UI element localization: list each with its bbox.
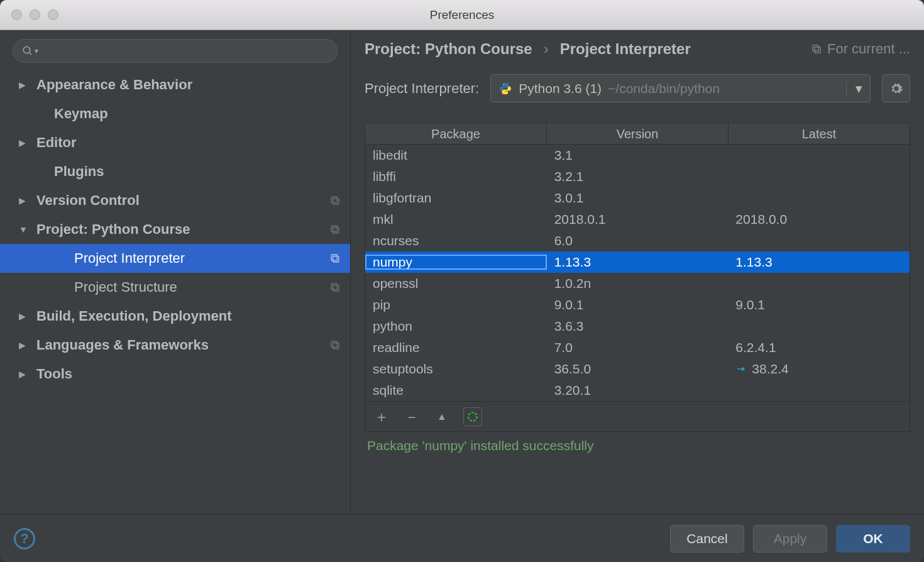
- svg-point-15: [507, 92, 507, 93]
- chevron-right-icon: ▶: [19, 138, 36, 148]
- svg-rect-2: [333, 199, 339, 204]
- upgrade-package-button[interactable]: ▲: [433, 411, 451, 422]
- package-name: readline: [365, 340, 547, 355]
- copy-icon: [329, 194, 341, 207]
- copy-icon: [329, 281, 341, 294]
- package-version: 3.6.3: [547, 319, 729, 334]
- sidebar-item-version-control[interactable]: ▶Version Control: [0, 186, 350, 215]
- package-row[interactable]: python3.6.3: [365, 316, 910, 337]
- package-version: 2018.0.1: [547, 212, 729, 227]
- package-version: 36.5.0: [547, 361, 729, 377]
- sidebar-item-label: Project: Python Course: [36, 221, 329, 238]
- sidebar-item-project-structure[interactable]: Project Structure: [0, 273, 350, 302]
- package-row[interactable]: mkl2018.0.12018.0.0: [365, 209, 910, 230]
- sidebar-item-project-interpreter[interactable]: Project Interpreter: [0, 244, 350, 273]
- sidebar-item-label: Editor: [36, 135, 341, 151]
- package-row[interactable]: libffi3.2.1: [365, 166, 910, 187]
- window-title: Preferences: [0, 8, 924, 22]
- sidebar-item-build-execution-deployment[interactable]: ▶Build, Execution, Deployment: [0, 302, 350, 331]
- package-version: 1.13.3: [547, 255, 729, 270]
- breadcrumb: Project: Python Course › Project Interpr…: [365, 40, 910, 58]
- sidebar-item-label: Tools: [36, 366, 341, 382]
- copy-icon: [811, 43, 822, 55]
- package-row[interactable]: ncurses6.0: [365, 230, 910, 251]
- package-row[interactable]: setuptools36.5.038.2.4: [365, 358, 910, 380]
- chevron-right-icon: ▶: [19, 311, 36, 321]
- refresh-button[interactable]: [463, 407, 482, 426]
- sidebar-item-languages-frameworks[interactable]: ▶Languages & Frameworks: [0, 331, 350, 360]
- sidebar-item-label: Keymap: [54, 106, 341, 122]
- chevron-down-icon: ▾: [846, 81, 865, 96]
- breadcrumb-separator: ›: [544, 40, 549, 58]
- interpreter-label: Project Interpreter:: [365, 80, 479, 97]
- chevron-right-icon: ▶: [19, 196, 36, 206]
- apply-button[interactable]: Apply: [753, 525, 827, 553]
- sidebar-item-keymap[interactable]: Keymap: [0, 99, 350, 128]
- package-row[interactable]: openssl1.0.2n: [365, 273, 910, 294]
- interpreter-settings-button[interactable]: [882, 74, 910, 102]
- svg-point-0: [23, 47, 30, 53]
- package-row[interactable]: sqlite3.20.1: [365, 380, 910, 401]
- package-latest: 1.13.3: [728, 255, 910, 270]
- ok-button[interactable]: OK: [836, 525, 910, 553]
- search-input[interactable]: ▾: [13, 39, 338, 63]
- package-row[interactable]: pip9.0.19.0.1: [365, 294, 910, 316]
- svg-rect-11: [331, 341, 337, 347]
- sidebar-item-plugins[interactable]: Plugins: [0, 157, 350, 186]
- package-latest: 6.2.4.1: [728, 340, 910, 355]
- package-latest: 38.2.4: [728, 361, 910, 377]
- copy-icon: [329, 252, 341, 265]
- settings-sidebar: ▾ ▶Appearance & BehaviorKeymap▶EditorPlu…: [0, 30, 351, 514]
- svg-rect-6: [333, 256, 339, 262]
- package-name: sqlite: [365, 383, 547, 398]
- svg-rect-4: [333, 228, 339, 233]
- sidebar-item-tools[interactable]: ▶Tools: [0, 360, 350, 388]
- sidebar-item-project-python-course[interactable]: ▼Project: Python Course: [0, 215, 350, 244]
- package-row[interactable]: readline7.06.2.4.1: [365, 337, 910, 358]
- package-row[interactable]: libgfortran3.0.1: [365, 187, 910, 209]
- svg-line-1: [29, 52, 31, 55]
- sidebar-item-label: Build, Execution, Deployment: [36, 308, 341, 324]
- column-version[interactable]: Version: [547, 123, 729, 144]
- status-message: Package 'numpy' installed successfully: [365, 432, 910, 462]
- package-version: 1.0.2n: [547, 276, 729, 291]
- package-latest: 9.0.1: [728, 297, 910, 312]
- packages-table: Package Version Latest libedit3.1libffi3…: [365, 123, 910, 432]
- preferences-window: Preferences ▾ ▶Appearance & BehaviorKeym…: [0, 0, 924, 562]
- svg-rect-5: [331, 226, 337, 231]
- package-name: pip: [365, 297, 547, 312]
- package-version: 3.0.1: [547, 190, 729, 206]
- add-package-button[interactable]: ＋: [373, 407, 390, 427]
- svg-rect-12: [815, 47, 820, 53]
- svg-rect-10: [333, 343, 339, 349]
- scope-indicator: For current ...: [811, 41, 910, 57]
- svg-rect-3: [331, 197, 337, 202]
- package-row[interactable]: numpy1.13.31.13.3: [365, 251, 910, 273]
- packages-toolbar: ＋ － ▲: [365, 401, 910, 431]
- cancel-button[interactable]: Cancel: [670, 525, 744, 553]
- help-button[interactable]: ?: [14, 528, 35, 549]
- column-package[interactable]: Package: [365, 123, 547, 144]
- package-row[interactable]: libedit3.1: [365, 145, 910, 166]
- column-latest[interactable]: Latest: [729, 123, 910, 144]
- search-dropdown-icon[interactable]: ▾: [35, 47, 38, 55]
- sidebar-item-label: Plugins: [54, 163, 341, 180]
- interpreter-name: Python 3.6 (1): [519, 81, 602, 96]
- svg-rect-9: [331, 284, 337, 289]
- sidebar-item-editor[interactable]: ▶Editor: [0, 128, 350, 157]
- dialog-footer: ? Cancel Apply OK: [0, 514, 924, 562]
- interpreter-dropdown[interactable]: Python 3.6 (1) ~/conda/bin/python ▾: [490, 74, 871, 102]
- package-version: 9.0.1: [547, 297, 729, 312]
- titlebar: Preferences: [0, 0, 924, 30]
- package-name: python: [365, 319, 547, 334]
- svg-point-16: [468, 412, 476, 421]
- package-version: 7.0: [547, 340, 729, 355]
- upgrade-arrow-icon: [735, 363, 747, 375]
- package-version: 6.0: [547, 233, 729, 248]
- sidebar-item-appearance-behavior[interactable]: ▶Appearance & Behavior: [0, 70, 350, 99]
- svg-rect-13: [813, 45, 818, 51]
- package-name: openssl: [365, 276, 547, 291]
- remove-package-button[interactable]: －: [403, 407, 421, 427]
- package-name: ncurses: [365, 233, 547, 248]
- package-name: mkl: [365, 212, 547, 227]
